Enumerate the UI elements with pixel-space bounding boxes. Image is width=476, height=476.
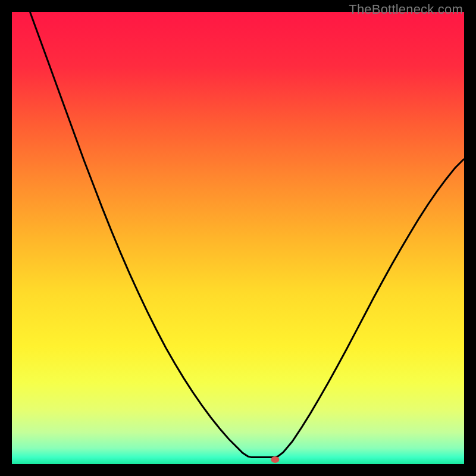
watermark-label: TheBottleneck.com: [349, 2, 463, 17]
chart-background: [12, 12, 464, 464]
optimal-marker: [271, 456, 279, 463]
chart-svg: [12, 12, 464, 464]
